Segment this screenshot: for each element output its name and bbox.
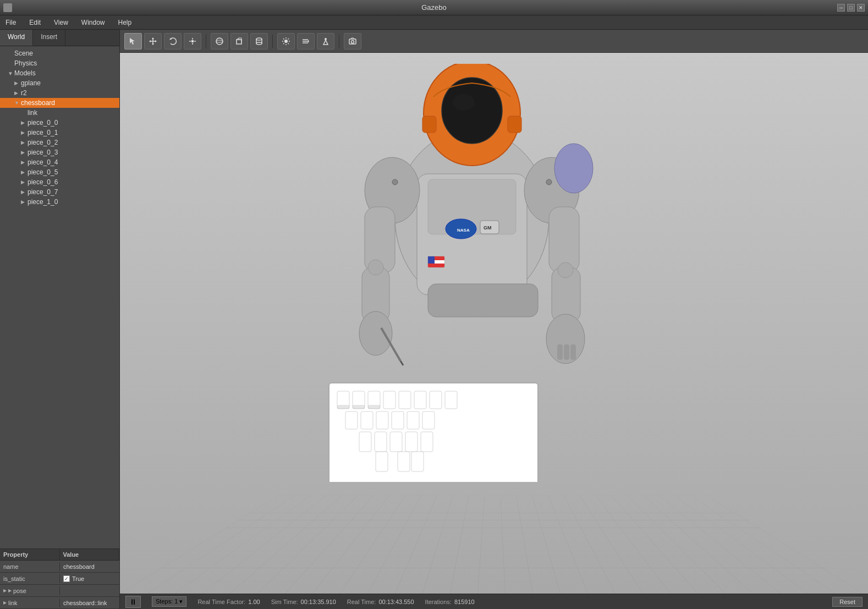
svg-line-24 [283, 39, 284, 40]
window-controls: ─ □ ✕ [837, 4, 865, 12]
svg-marker-2 [152, 37, 154, 39]
maximize-button[interactable]: □ [847, 4, 855, 12]
svg-rect-83 [376, 412, 388, 429]
tool-point-light[interactable] [277, 33, 295, 50]
tree-chessboard[interactable]: ▼ chessboard [0, 98, 119, 108]
tab-insert[interactable]: Insert [33, 30, 65, 46]
svg-line-26 [288, 39, 289, 40]
menu-edit[interactable]: Edit [27, 18, 43, 28]
tool-screenshot[interactable] [344, 33, 361, 50]
tool-separator-1 [206, 35, 206, 48]
titlebar: Gazebo ─ □ ✕ [0, 0, 868, 15]
tree-gplane[interactable]: ▶ gplane [0, 78, 119, 88]
tree-link[interactable]: link [0, 108, 119, 118]
scene-label: Scene [14, 50, 119, 57]
tool-select[interactable] [124, 33, 142, 50]
close-button[interactable]: ✕ [857, 4, 865, 12]
statusbar: ⏸ Steps: 1 ▾ Real Time Factor: 1.00 Sim … [120, 594, 868, 609]
tool-sphere[interactable] [211, 33, 228, 50]
value-col-header: Value [60, 549, 120, 560]
scene-background: NASA GM [120, 53, 868, 594]
menu-file[interactable]: File [3, 18, 18, 28]
tree-piece-0-7[interactable]: ▶ piece_0_7 [0, 187, 119, 197]
tree-piece-0-2[interactable]: ▶ piece_0_2 [0, 138, 119, 147]
svg-point-98 [368, 260, 383, 275]
step-button[interactable]: Steps: 1 ▾ [152, 596, 186, 607]
menu-view[interactable]: View [52, 18, 70, 28]
tree-scene[interactable]: Scene [0, 48, 119, 58]
viewport-canvas[interactable]: NASA GM [120, 53, 868, 594]
svg-rect-82 [361, 412, 373, 429]
r2-arrow: ▶ [14, 90, 21, 96]
svg-rect-95 [337, 405, 349, 409]
svg-marker-3 [152, 43, 154, 45]
robot-viewport: NASA GM [274, 64, 670, 482]
svg-point-99 [558, 262, 573, 278]
svg-text:NASA: NASA [457, 228, 470, 233]
tool-box[interactable] [230, 33, 248, 50]
world-tree[interactable]: Scene Physics ▼ Models ▶ gplane ▶ r2 [0, 46, 119, 548]
tree-piece-0-0[interactable]: ▶ piece_0_0 [0, 118, 119, 128]
svg-point-18 [256, 42, 262, 45]
prop-row-link[interactable]: ▶ link chessboard::link [0, 597, 119, 609]
svg-point-15 [256, 38, 262, 40]
tool-cylinder[interactable] [250, 33, 268, 50]
rtf-value: 1.00 [248, 599, 260, 605]
tool-scale[interactable] [184, 33, 201, 50]
viewport: NASA GM [120, 30, 868, 609]
app-icon [3, 3, 12, 12]
minimize-button[interactable]: ─ [837, 4, 845, 12]
prop-row-name[interactable]: name chessboard [0, 561, 119, 573]
tree-piece-0-3[interactable]: ▶ piece_0_3 [0, 147, 119, 157]
svg-point-56 [359, 311, 392, 355]
tree-piece-0-1[interactable]: ▶ piece_0_1 [0, 128, 119, 138]
tool-dir-light[interactable] [297, 33, 315, 50]
prop-row-is-static[interactable]: is_static ✓ True [0, 573, 119, 585]
tree-piece-0-4[interactable]: ▶ piece_0_4 [0, 157, 119, 167]
properties-panel: Property Value name chessboard is_static… [0, 548, 119, 609]
pause-button[interactable]: ⏸ [125, 596, 141, 608]
svg-rect-88 [375, 432, 387, 452]
svg-rect-87 [359, 432, 371, 452]
tool-translate[interactable] [144, 33, 162, 50]
prop-row-pose[interactable]: ▶ pose [0, 585, 119, 597]
real-time-label: Real Time: [347, 599, 376, 605]
tab-world[interactable]: World [0, 30, 33, 46]
iterations-value: 815910 [454, 599, 475, 605]
left-panel: World Insert Scene Physics ▼ Models ▶ [0, 30, 120, 609]
svg-rect-96 [353, 405, 365, 409]
svg-rect-14 [237, 40, 241, 44]
menu-window[interactable]: Window [79, 18, 107, 28]
tree-piece-0-5[interactable]: ▶ piece_0_5 [0, 167, 119, 177]
sim-time: Sim Time: 00:13:35.910 [271, 599, 336, 605]
tree-piece-1-0[interactable]: ▶ piece_1_0 [0, 197, 119, 207]
tree-piece-0-6[interactable]: ▶ piece_0_6 [0, 177, 119, 187]
physics-label: Physics [14, 59, 119, 67]
svg-rect-80 [445, 391, 457, 409]
tool-spot-light[interactable] [317, 33, 334, 50]
svg-rect-77 [399, 391, 411, 409]
tool-separator-3 [339, 35, 339, 48]
toolbar [120, 30, 868, 53]
tool-rotate[interactable] [164, 33, 182, 50]
svg-point-13 [216, 40, 223, 42]
menubar: File Edit View Window Help [0, 15, 868, 30]
svg-marker-4 [149, 40, 151, 42]
grid-floor [120, 496, 868, 594]
sim-time-label: Sim Time: [271, 599, 298, 605]
menu-help[interactable]: Help [116, 18, 134, 28]
svg-point-19 [284, 40, 288, 43]
svg-rect-81 [345, 412, 358, 429]
svg-rect-65 [428, 284, 538, 317]
svg-rect-7 [191, 40, 194, 42]
tree-models[interactable]: ▼ Models [0, 68, 119, 78]
reset-button[interactable]: Reset [832, 597, 862, 607]
is-static-checkbox[interactable]: ✓ [63, 575, 70, 582]
tree-r2[interactable]: ▶ r2 [0, 88, 119, 98]
rtf-label: Real Time Factor: [197, 599, 245, 605]
tab-bar: World Insert [0, 30, 119, 46]
tree-physics[interactable]: Physics [0, 58, 119, 68]
svg-point-50 [453, 94, 475, 111]
properties-header: Property Value [0, 549, 119, 561]
gplane-arrow: ▶ [14, 80, 21, 86]
